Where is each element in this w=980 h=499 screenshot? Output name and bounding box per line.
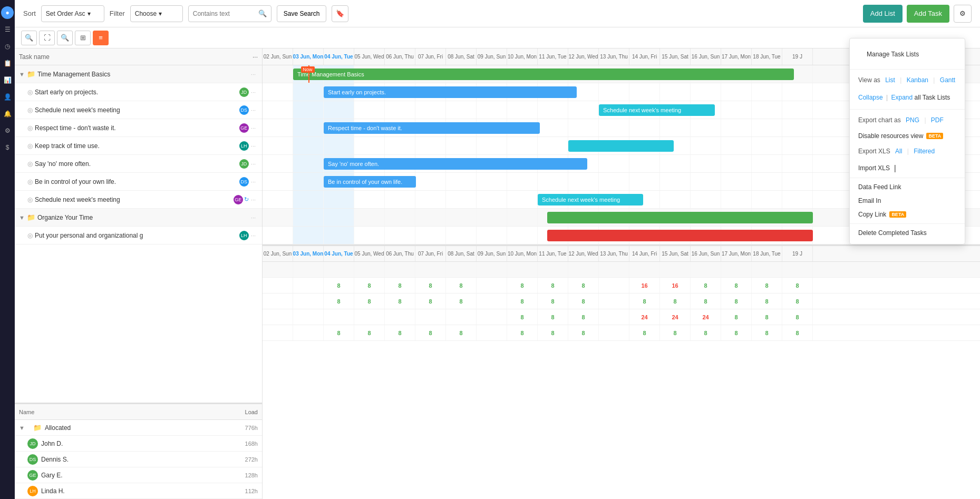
task-bar-t4[interactable] (568, 140, 674, 152)
sidebar-icon-chart[interactable]: 📊 (1, 74, 14, 86)
gantt-cell (293, 119, 324, 136)
task-name-column-header: Task name (19, 53, 50, 61)
delete-completed-item[interactable]: Delete Completed Tasks (850, 226, 965, 240)
task-check-icon[interactable]: ◎ (27, 106, 33, 114)
task-actions-t2[interactable]: ··· (249, 107, 258, 113)
resource-load-dennis: 272h (237, 456, 258, 463)
view-kanban-link[interactable]: Kanban (907, 76, 928, 84)
gantt-cell (324, 137, 354, 154)
task-actions-t6[interactable]: ··· (249, 179, 258, 185)
group-actions[interactable]: ··· (249, 71, 258, 77)
filter-select[interactable]: Choose ▾ (130, 5, 183, 22)
export-all-link[interactable]: All (895, 148, 902, 155)
task-bar-t1[interactable]: Start early on projects. (324, 86, 577, 98)
add-list-button[interactable]: Add List (863, 5, 903, 23)
gantt-cell (721, 137, 752, 154)
copy-link-item[interactable]: Copy Link BETA (850, 208, 965, 221)
search-input-wrap[interactable]: 🔍 (188, 5, 271, 22)
add-task-button[interactable]: Add Task (907, 5, 949, 23)
zoom-out-button[interactable]: 🔍 (21, 31, 37, 45)
gantt-cell (660, 173, 691, 190)
cursor-indicator: | (894, 164, 896, 172)
group-collapse-icon-2[interactable]: ▼ (19, 214, 25, 221)
task-header-actions[interactable]: ··· (253, 53, 258, 61)
gantt-cell (354, 101, 385, 119)
gear-icon: ⚙ (959, 9, 966, 17)
view-gantt-link[interactable]: Gantt (940, 76, 955, 84)
email-in-item[interactable]: Email In (850, 194, 965, 208)
res-cell (446, 262, 477, 277)
sidebar-icon-user[interactable]: 👤 (1, 91, 14, 103)
task-bar-t5[interactable]: Say 'no' more often. (324, 158, 587, 170)
task-bar-t8[interactable] (547, 230, 813, 241)
task-bar-t6[interactable]: Be in control of your own life. (324, 176, 416, 188)
task-actions-t1[interactable]: ··· (249, 89, 258, 95)
task-check-icon[interactable]: ◎ (27, 178, 33, 185)
data-feed-link-item[interactable]: Data Feed Link (850, 180, 965, 194)
gantt-cell (782, 83, 813, 101)
sidebar-icon-bell[interactable]: 🔔 (1, 107, 14, 120)
sidebar-icon-home[interactable]: ● (1, 6, 14, 19)
gantt-cell (446, 191, 477, 208)
sidebar-icon-clock[interactable]: ◷ (1, 40, 14, 53)
task-bar-t3[interactable]: Respect time - don't waste it. (324, 122, 540, 134)
task-bar-group1[interactable]: Time Management Basics (293, 69, 794, 80)
task-actions-t4[interactable]: ··· (249, 143, 258, 149)
gantt-cell (263, 209, 293, 226)
task-actions-t7[interactable]: ··· (249, 197, 258, 203)
group-actions-2[interactable]: ··· (249, 214, 258, 221)
export-pdf-link[interactable]: PDF (931, 116, 944, 124)
res-cell-dennis-4: 8 (385, 293, 415, 309)
task-check-icon[interactable]: ◎ (27, 142, 33, 150)
task-actions-t3[interactable]: ··· (249, 125, 258, 131)
gantt-cell (629, 155, 660, 172)
bookmark-icon-btn[interactable]: 🔖 (332, 5, 348, 22)
sidebar-icon-menu[interactable]: ☰ (1, 23, 14, 36)
manage-task-lists-item[interactable]: Manage Task Lists (858, 46, 956, 64)
zoom-in-button[interactable]: 🔍 (57, 31, 73, 45)
import-xls-item[interactable]: Import XLS | (850, 161, 965, 175)
res-cell-linda-4: 8 (385, 325, 415, 340)
group-collapse-icon[interactable]: ▼ (19, 71, 25, 77)
filter-value: Choose (135, 10, 157, 17)
fit-button[interactable]: ⛶ (39, 31, 55, 45)
task-check-icon[interactable]: ◎ (27, 232, 33, 239)
sidebar-icon-billing[interactable]: $ (1, 141, 14, 154)
resource-collapse-icon[interactable]: ▼ (19, 425, 25, 431)
grid-view-button[interactable]: ⊞ (75, 31, 91, 45)
collapse-link[interactable]: Collapse (858, 94, 883, 101)
date-col-2: 04 Jun, Tue (324, 48, 354, 65)
topbar-right: Add List Add Task ⚙ (863, 5, 972, 23)
save-search-button[interactable]: Save Search (277, 5, 327, 22)
gantt-cell (385, 137, 415, 154)
task-check-icon[interactable]: ◎ (27, 89, 33, 96)
task-actions-t5[interactable]: ··· (249, 161, 258, 167)
task-actions-t8[interactable]: ··· (249, 232, 258, 239)
export-filtered-link[interactable]: Filtered (914, 148, 935, 155)
task-check-icon[interactable]: ◎ (27, 160, 33, 168)
sidebar-icon-tasks[interactable]: 📋 (1, 57, 14, 70)
sort-select[interactable]: Set Order Asc ▾ (41, 5, 104, 22)
sidebar-icon-settings[interactable]: ⚙ (1, 124, 14, 137)
task-check-icon[interactable]: ◎ (27, 124, 33, 132)
task-bar-t7[interactable]: Schedule next week's meeting (538, 194, 643, 206)
task-bar-t2[interactable]: Schedule next week's meeting (599, 104, 715, 116)
res-date-8: 10 Jun, Mon (507, 246, 538, 261)
task-check-icon[interactable]: ◎ (27, 196, 33, 203)
search-input[interactable] (193, 10, 256, 17)
res-date-15: 17 Jun, Mon (721, 246, 752, 261)
res-cell (782, 262, 813, 277)
export-png-link[interactable]: PNG (906, 116, 919, 124)
res-cell: - (415, 309, 446, 325)
resource-data-dennis: - - 8 8 8 8 8 - 8 8 8 - 8 8 8 (263, 293, 980, 309)
disable-resources-item[interactable]: Disable resources view BETA (850, 129, 965, 143)
view-list-link[interactable]: List (885, 76, 895, 84)
task-name-t8: Put your personal and organizational g (35, 232, 239, 239)
gantt-cell (691, 83, 721, 101)
task-bar-group2[interactable] (547, 212, 813, 223)
settings-gear-button[interactable]: ⚙ (954, 5, 972, 23)
list-view-button[interactable]: ≡ (93, 31, 109, 45)
res-cell-dennis-17: 8 (782, 293, 813, 309)
gantt-cell (782, 101, 813, 119)
expand-link[interactable]: Expand (891, 94, 913, 101)
